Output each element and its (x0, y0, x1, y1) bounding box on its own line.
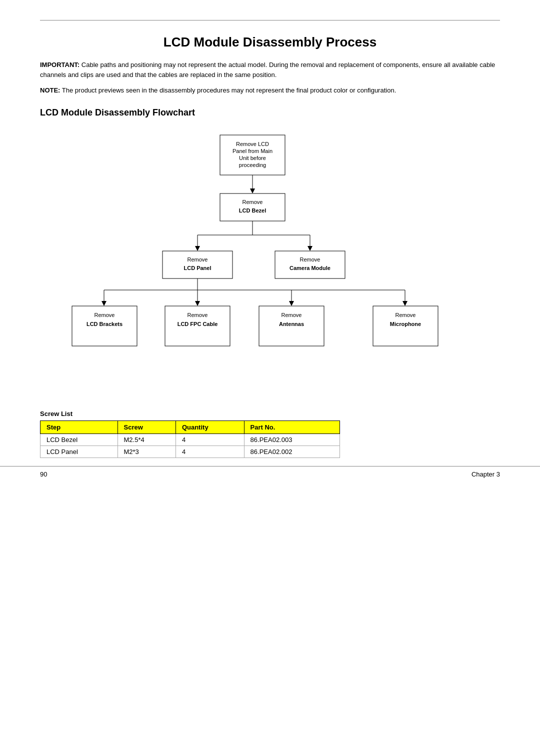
svg-text:Remove: Remove (396, 312, 416, 318)
col-header-screw: Screw (118, 420, 176, 434)
screw-list-section: Screw List Step Screw Quantity Part No. … (40, 410, 500, 458)
important-label: IMPORTANT: (40, 61, 80, 68)
col-header-quantity: Quantity (176, 420, 244, 434)
top-border (40, 20, 500, 20)
table-header-row: Step Screw Quantity Part No. (40, 420, 340, 434)
cell-step-2: LCD Panel (40, 446, 118, 458)
svg-text:Antennas: Antennas (279, 321, 304, 327)
table-row: LCD Panel M2*3 4 86.PEA02.002 (40, 446, 340, 458)
svg-text:Remove: Remove (94, 312, 115, 318)
svg-text:LCD Brackets: LCD Brackets (86, 321, 122, 327)
svg-marker-6 (250, 188, 255, 194)
svg-text:Microphone: Microphone (390, 321, 421, 327)
note-label: NOTE: (40, 86, 60, 94)
section-title: LCD Module Disassembly Flowchart (40, 108, 500, 118)
footer-page-number: 90 (40, 470, 47, 478)
note-text-content: The product previews seen in the disasse… (62, 86, 396, 94)
svg-marker-15 (308, 246, 312, 251)
col-header-step: Step (40, 420, 118, 434)
screw-table: Step Screw Quantity Part No. LCD Bezel M… (40, 420, 340, 458)
svg-marker-29 (289, 301, 294, 306)
svg-text:LCD FPC Cable: LCD FPC Cable (178, 321, 218, 327)
cell-partno-1: 86.PEA02.003 (244, 434, 340, 446)
svg-text:Remove: Remove (300, 256, 320, 262)
footer-chapter: Chapter 3 (472, 470, 500, 478)
svg-marker-13 (195, 246, 200, 251)
svg-text:Remove LCD: Remove LCD (236, 141, 269, 147)
page-footer: 90 Chapter 3 (0, 466, 540, 478)
important-paragraph: IMPORTANT: Cable paths and positioning m… (40, 60, 500, 80)
svg-marker-27 (195, 301, 200, 306)
cell-screw-2: M2*3 (118, 446, 176, 458)
important-text-content: Cable paths and positioning may not repr… (40, 61, 495, 78)
screw-list-title: Screw List (40, 410, 500, 418)
svg-text:LCD Bezel: LCD Bezel (239, 208, 266, 214)
cell-qty-2: 4 (176, 446, 244, 458)
note-paragraph: NOTE: The product previews seen in the d… (40, 86, 500, 96)
svg-text:Camera Module: Camera Module (290, 265, 330, 271)
svg-text:Remove: Remove (188, 256, 208, 262)
svg-text:Unit before: Unit before (239, 155, 266, 161)
svg-marker-31 (402, 301, 408, 306)
svg-text:Panel from Main: Panel from Main (232, 148, 272, 154)
svg-text:LCD Panel: LCD Panel (184, 265, 211, 271)
flowchart-container: Remove LCD Panel from Main Unit before p… (40, 130, 500, 395)
cell-step-1: LCD Bezel (40, 434, 118, 446)
page-title: LCD Module Disassembly Process (40, 34, 500, 50)
svg-text:Remove: Remove (282, 312, 302, 318)
flowchart-svg: Remove LCD Panel from Main Unit before p… (65, 130, 475, 395)
table-row: LCD Bezel M2.5*4 4 86.PEA02.003 (40, 434, 340, 446)
svg-text:Remove: Remove (188, 312, 208, 318)
cell-qty-1: 4 (176, 434, 244, 446)
cell-screw-1: M2.5*4 (118, 434, 176, 446)
svg-text:Remove: Remove (242, 199, 263, 205)
cell-partno-2: 86.PEA02.002 (244, 446, 340, 458)
svg-marker-25 (102, 301, 106, 306)
svg-text:proceeding: proceeding (239, 162, 266, 168)
col-header-partno: Part No. (244, 420, 340, 434)
